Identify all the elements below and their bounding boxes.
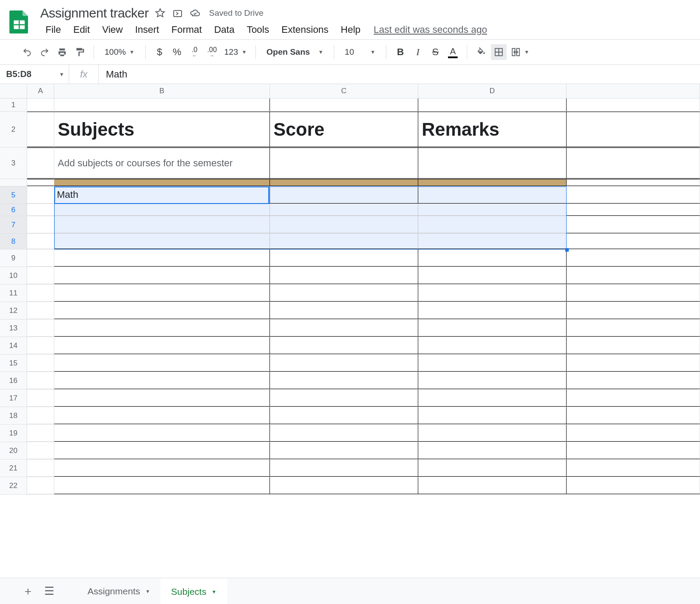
cell-D8[interactable] xyxy=(418,234,567,249)
menu-edit[interactable]: Edit xyxy=(68,22,95,37)
menu-extensions[interactable]: Extensions xyxy=(276,22,334,37)
cell-A3[interactable] xyxy=(27,147,54,179)
cell-D7[interactable] xyxy=(418,216,567,233)
row-header-17[interactable]: 17 xyxy=(0,390,27,407)
cell-A2[interactable] xyxy=(27,112,54,147)
cell-D21[interactable] xyxy=(418,460,567,477)
row-header-15[interactable]: 15 xyxy=(0,355,27,372)
cell-B10[interactable] xyxy=(54,267,270,284)
cell-C2[interactable]: Score xyxy=(270,112,418,147)
cell-B20[interactable] xyxy=(54,442,270,459)
col-header-A[interactable]: A xyxy=(27,84,54,98)
row-header-2[interactable]: 2 xyxy=(0,112,27,147)
cell-B3[interactable]: Add subjects or courses for the semester xyxy=(54,147,270,179)
cell-C11[interactable] xyxy=(270,284,418,302)
menu-data[interactable]: Data xyxy=(209,22,239,37)
row-header-13[interactable]: 13 xyxy=(0,320,27,337)
row-header-7[interactable]: 7 xyxy=(0,216,27,233)
menu-view[interactable]: View xyxy=(97,22,128,37)
cell-C17[interactable] xyxy=(270,390,418,407)
cell-A17[interactable] xyxy=(27,390,54,407)
cell-C19[interactable] xyxy=(270,425,418,442)
cell-C7[interactable] xyxy=(270,216,418,233)
menu-format[interactable]: Format xyxy=(166,22,207,37)
cell-C9[interactable] xyxy=(270,249,418,267)
cell-C21[interactable] xyxy=(270,460,418,477)
select-all-corner[interactable] xyxy=(0,84,27,98)
cloud-saved-icon[interactable] xyxy=(190,8,200,18)
cell-B17[interactable] xyxy=(54,390,270,407)
cell-B12[interactable] xyxy=(54,302,270,319)
formula-input[interactable]: Math xyxy=(99,65,700,84)
row-header-6[interactable]: 6 xyxy=(0,204,27,216)
row-header-3[interactable]: 3 xyxy=(0,147,27,179)
cell-B19[interactable] xyxy=(54,425,270,442)
document-title[interactable]: Assignment tracker xyxy=(40,6,149,21)
cell-D14[interactable] xyxy=(418,337,567,354)
row-header-16[interactable]: 16 xyxy=(0,372,27,389)
cell-B13[interactable] xyxy=(54,320,270,337)
spreadsheet-grid[interactable]: A B C D 1 2 Subjects Score Remarks 3 Ad xyxy=(0,84,700,495)
tab-subjects[interactable]: Subjects▼ xyxy=(161,578,227,604)
font-size-dropdown[interactable]: 10▼ xyxy=(340,44,380,60)
cell-A8[interactable] xyxy=(27,234,54,249)
cell-B2[interactable]: Subjects xyxy=(54,112,270,147)
cell-D15[interactable] xyxy=(418,355,567,372)
cell-C20[interactable] xyxy=(270,442,418,459)
cell-D22[interactable] xyxy=(418,477,567,494)
format-currency[interactable]: $ xyxy=(152,44,168,60)
row-header-9[interactable]: 9 xyxy=(0,249,27,267)
cell-C22[interactable] xyxy=(270,477,418,494)
sheets-app-icon[interactable] xyxy=(6,8,32,35)
row-header-12[interactable]: 12 xyxy=(0,302,27,319)
cell-C16[interactable] xyxy=(270,372,418,389)
cell-D9[interactable] xyxy=(418,249,567,267)
increase-decimal-icon[interactable]: .00→ xyxy=(204,44,220,60)
paint-format-icon[interactable] xyxy=(72,44,88,60)
cell-D20[interactable] xyxy=(418,442,567,459)
cell-A11[interactable] xyxy=(27,284,54,302)
cell-C6[interactable] xyxy=(270,204,418,216)
menu-file[interactable]: File xyxy=(40,22,66,37)
print-icon[interactable] xyxy=(54,44,70,60)
font-family-dropdown[interactable]: Open Sans▼ xyxy=(262,44,328,60)
cell-A9[interactable] xyxy=(27,249,54,267)
last-edit-link[interactable]: Last edit was seconds ago xyxy=(374,24,487,35)
col-header-D[interactable]: D xyxy=(418,84,567,98)
cell-D6[interactable] xyxy=(418,204,567,216)
menu-insert[interactable]: Insert xyxy=(130,22,164,37)
cell-A15[interactable] xyxy=(27,355,54,372)
cell-B21[interactable] xyxy=(54,460,270,477)
row-header-8[interactable]: 8 xyxy=(0,234,27,249)
cell-B5[interactable]: Math xyxy=(54,186,270,204)
cell-C3[interactable] xyxy=(270,147,418,179)
cell-B15[interactable] xyxy=(54,355,270,372)
cell-A4[interactable] xyxy=(27,179,54,186)
add-sheet-icon[interactable]: ＋ xyxy=(18,581,38,602)
cell-A1[interactable] xyxy=(27,98,54,111)
cell-B14[interactable] xyxy=(54,337,270,354)
more-formats-dropdown[interactable]: 123▼ xyxy=(222,44,250,60)
cell-B11[interactable] xyxy=(54,284,270,302)
menu-help[interactable]: Help xyxy=(336,22,366,37)
cell-C4[interactable] xyxy=(270,179,418,186)
borders-icon[interactable] xyxy=(491,44,507,60)
tab-assignments[interactable]: Assignments▼ xyxy=(77,578,161,604)
cell-C12[interactable] xyxy=(270,302,418,319)
cell-C5[interactable] xyxy=(270,186,418,204)
strikethrough-icon[interactable]: S xyxy=(427,44,443,60)
cell-A6[interactable] xyxy=(27,204,54,216)
cell-A5[interactable] xyxy=(27,186,54,204)
row-header-4[interactable] xyxy=(0,179,27,186)
bold-icon[interactable]: B xyxy=(392,44,408,60)
cell-A7[interactable] xyxy=(27,216,54,233)
cell-D5[interactable] xyxy=(418,186,567,204)
cell-D16[interactable] xyxy=(418,372,567,389)
cell-A12[interactable] xyxy=(27,302,54,319)
cell-D3[interactable] xyxy=(418,147,567,179)
cell-B22[interactable] xyxy=(54,477,270,494)
row-header-21[interactable]: 21 xyxy=(0,460,27,477)
all-sheets-icon[interactable]: ☰ xyxy=(38,581,60,602)
row-header-14[interactable]: 14 xyxy=(0,337,27,354)
cell-C10[interactable] xyxy=(270,267,418,284)
